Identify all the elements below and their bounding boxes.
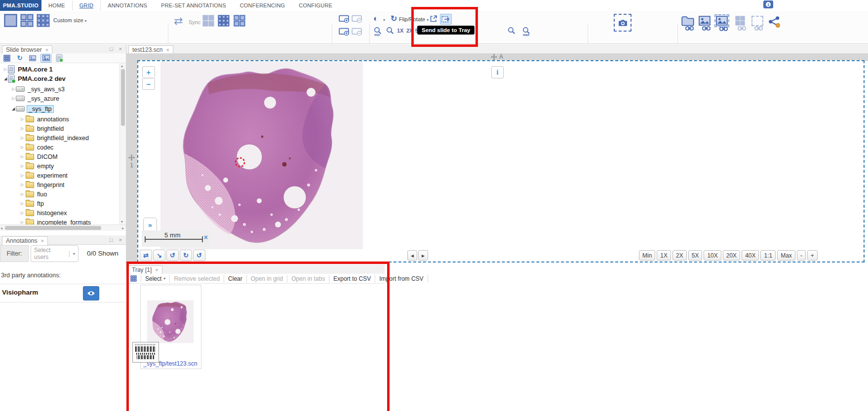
restore-panel-icon[interactable]: □: [110, 237, 113, 243]
close-icon[interactable]: ×: [155, 267, 158, 273]
grid-column-header[interactable]: A: [126, 53, 868, 61]
tree-expander[interactable]: ▷: [20, 183, 25, 187]
sync-icon[interactable]: ⇄: [174, 15, 183, 28]
zoom-out-icon[interactable]: [386, 27, 394, 35]
restore-panel-icon[interactable]: □: [110, 46, 113, 52]
scroll-down-icon[interactable]: ▾: [121, 220, 123, 224]
remove-column-button[interactable]: [352, 28, 362, 36]
menu-grid[interactable]: GRID: [72, 0, 101, 10]
add-column-button[interactable]: [339, 28, 349, 36]
select-users-dropdown[interactable]: Select users |▾: [31, 245, 79, 262]
open-external-icon[interactable]: [430, 15, 437, 23]
tree-expander[interactable]: ◢: [3, 76, 8, 81]
fit-view-button[interactable]: ↘: [153, 250, 165, 261]
annotations-tab[interactable]: Annotations ×: [2, 236, 48, 245]
tree-item[interactable]: ▷PMA.core 1: [3, 65, 53, 74]
share-folder-link-button[interactable]: [681, 16, 694, 31]
tree-expander[interactable]: ▷: [20, 164, 25, 168]
zoom-in-icon[interactable]: [508, 27, 515, 35]
share-settings-button[interactable]: [768, 16, 780, 30]
tray-open-in-grid-button[interactable]: Open in grid: [247, 275, 287, 283]
menu-annotations[interactable]: ANNOTATIONS: [101, 0, 154, 10]
remove-row-button[interactable]: [352, 15, 362, 23]
rotate-left-button[interactable]: ↺: [166, 250, 179, 261]
move-icon[interactable]: [491, 54, 497, 60]
tree-expander[interactable]: ▷: [20, 136, 25, 140]
close-icon[interactable]: ×: [40, 238, 43, 244]
zoom-in-button[interactable]: +: [142, 66, 155, 78]
tree-item[interactable]: ◢PMA.core.2 dev: [3, 74, 66, 83]
close-panel-icon[interactable]: ×: [119, 237, 122, 243]
tree-item[interactable]: ▷empty: [20, 161, 54, 171]
tree-expander[interactable]: ▷: [20, 192, 25, 196]
tray-select-dropdown[interactable]: Select▾: [141, 275, 170, 283]
close-icon[interactable]: ×: [45, 47, 48, 53]
close-panel-icon[interactable]: ×: [119, 46, 122, 52]
tree-expander[interactable]: ▷: [20, 117, 25, 121]
tray-remove-selected-button[interactable]: Remove selected: [170, 275, 224, 283]
zoom-max-button[interactable]: Max: [777, 250, 795, 261]
zoom-1x-button[interactable]: 1X: [657, 250, 671, 261]
tree-item[interactable]: ▷brightfield: [20, 124, 64, 133]
chevron-down-icon[interactable]: ▾: [383, 18, 385, 22]
sync-grid-expand-icon[interactable]: [234, 15, 245, 27]
tree-expander[interactable]: ▷: [20, 211, 25, 215]
tree-item[interactable]: ▷brightfield_indexed: [20, 133, 89, 143]
tray-grid-icon[interactable]: [126, 275, 141, 282]
zoom-5x-button[interactable]: 5X: [688, 250, 703, 261]
zoom-min-button[interactable]: Min: [639, 250, 655, 261]
tree-item[interactable]: ▷fluo: [20, 189, 47, 199]
flip-rotate-dropdown[interactable]: Flip/Rotate ▾: [399, 16, 429, 22]
zoom-2x-button[interactable]: 2X: [672, 250, 687, 261]
contrast-icon[interactable]: ◐: [373, 14, 378, 24]
tree-item[interactable]: ▷_sys_azure: [11, 94, 59, 103]
layout-1x1-button[interactable]: [4, 14, 17, 27]
close-icon[interactable]: ×: [166, 47, 169, 53]
tree-expander[interactable]: ▷: [20, 201, 25, 206]
tree-expander[interactable]: ▷: [11, 96, 16, 101]
flip-horizontal-button[interactable]: ⇄: [140, 250, 152, 261]
refresh-icon[interactable]: ↻: [15, 54, 25, 62]
share-selection-link-button[interactable]: [751, 16, 763, 31]
share-image-link-button[interactable]: [699, 16, 710, 31]
zoom-20x-button[interactable]: 20X: [723, 250, 740, 261]
tree-item[interactable]: ▷annotations: [20, 114, 69, 124]
zoom-out-button[interactable]: −: [142, 78, 155, 90]
thumbnail-view-icon[interactable]: [40, 54, 51, 63]
duplicate-icon[interactable]: [28, 54, 38, 62]
info-button[interactable]: i: [491, 66, 504, 78]
tree-expander[interactable]: ◢: [11, 107, 16, 111]
server-view-icon[interactable]: [54, 54, 64, 62]
share-grid-link-button[interactable]: [734, 16, 746, 31]
menu-preset-annotations[interactable]: PRE-SET ANNOTATIONS: [154, 0, 233, 10]
custom-size-dropdown[interactable]: Custom size ▾: [53, 17, 87, 23]
tray-import-csv-button[interactable]: Import from CSV: [375, 275, 428, 283]
tree-vertical-scrollbar[interactable]: ▴ ▾: [119, 63, 126, 224]
tree-item[interactable]: ▷fingerprint: [20, 180, 65, 189]
tray-export-csv-button[interactable]: Export to CSV: [329, 275, 375, 283]
tray-open-in-tabs-button[interactable]: Open in tabs: [287, 275, 329, 283]
scroll-up-icon[interactable]: ▴: [121, 64, 123, 68]
tree-item[interactable]: ▷incomplete_formats: [20, 218, 91, 224]
history-icon[interactable]: 1: [763, 0, 773, 8]
tree-expander[interactable]: ▷: [20, 145, 25, 149]
tree-item-selected[interactable]: ◢_sys_ftp: [11, 104, 54, 113]
next-slide-button[interactable]: ▸: [418, 250, 428, 261]
share-region-link-button[interactable]: [716, 16, 728, 31]
scroll-left-icon[interactable]: ◂: [0, 226, 2, 230]
tree-expander[interactable]: ▷: [20, 126, 25, 131]
scroll-right-icon[interactable]: ▸: [122, 226, 124, 230]
reset-rotation-button[interactable]: ↺: [193, 250, 205, 261]
grid-row-header[interactable]: 1: [126, 60, 138, 263]
toggle-visibility-button[interactable]: [83, 286, 99, 300]
tree-expander[interactable]: ▷: [3, 67, 8, 72]
zoom-min-icon[interactable]: min: [374, 27, 382, 35]
tree-expander[interactable]: ▷: [20, 154, 25, 159]
previous-slide-button[interactable]: ◂: [407, 250, 417, 261]
move-icon[interactable]: [128, 154, 135, 161]
tree-horizontal-scrollbar[interactable]: ◂ ▸: [0, 224, 126, 231]
close-scale-icon[interactable]: ×: [204, 233, 208, 241]
tree-item[interactable]: ▷_sys_aws_s3: [11, 84, 65, 94]
tree-item[interactable]: ▷codec: [20, 143, 53, 152]
layout-2x2-button[interactable]: [20, 14, 34, 27]
